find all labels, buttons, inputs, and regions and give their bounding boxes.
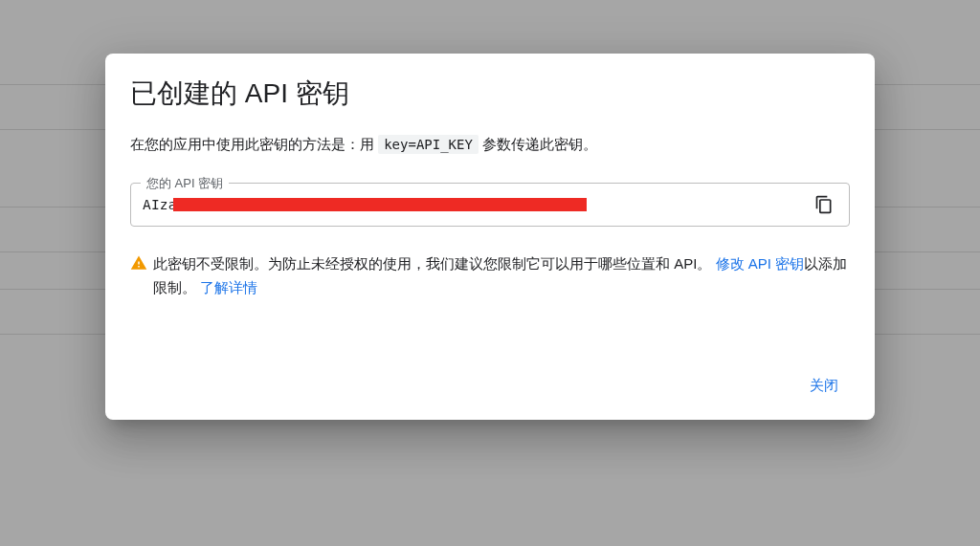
api-key-redacted — [173, 198, 587, 211]
warning-text: 此密钥不受限制。为防止未经授权的使用，我们建议您限制它可以用于哪些位置和 API… — [153, 251, 850, 300]
learn-more-link[interactable]: 了解详情 — [200, 279, 257, 295]
copy-icon — [814, 195, 834, 214]
api-key-prefix: AIza — [143, 197, 177, 212]
copy-button[interactable] — [807, 187, 841, 222]
dialog-title: 已创建的 API 密钥 — [130, 76, 850, 111]
dialog-actions: 关闭 — [130, 369, 850, 403]
warning-icon — [130, 254, 147, 272]
warning-block: 此密钥不受限制。为防止未经授权的使用，我们建议您限制它可以用于哪些位置和 API… — [130, 251, 850, 300]
instruction-text: 在您的应用中使用此密钥的方法是：用 key=API_KEY 参数传递此密钥。 — [130, 134, 850, 156]
instruction-post: 参数传递此密钥。 — [479, 136, 597, 152]
instruction-pre: 在您的应用中使用此密钥的方法是：用 — [130, 136, 378, 152]
modal-overlay: 已创建的 API 密钥 在您的应用中使用此密钥的方法是：用 key=API_KE… — [0, 0, 980, 546]
close-button[interactable]: 关闭 — [798, 369, 850, 403]
api-key-legend: 您的 API 密钥 — [141, 175, 229, 192]
api-key-created-dialog: 已创建的 API 密钥 在您的应用中使用此密钥的方法是：用 key=API_KE… — [105, 54, 875, 420]
api-key-value: AIza — [143, 197, 587, 212]
instruction-code: key=API_KEY — [378, 135, 479, 154]
edit-api-key-link[interactable]: 修改 API 密钥 — [716, 255, 805, 272]
api-key-field: 您的 API 密钥 AIza — [130, 183, 850, 227]
warning-text-1: 此密钥不受限制。为防止未经授权的使用，我们建议您限制它可以用于哪些位置和 API… — [153, 255, 711, 272]
